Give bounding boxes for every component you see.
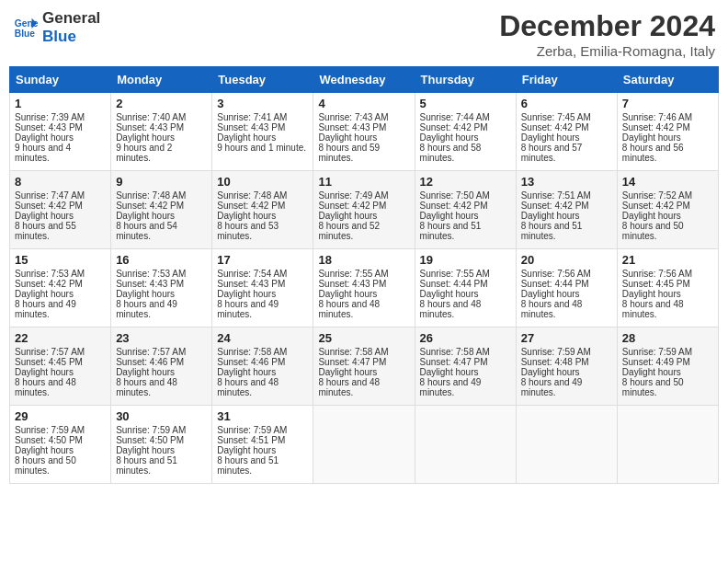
day-info: Sunrise: 7:55 AMSunset: 4:43 PMDaylight …	[318, 269, 388, 319]
calendar-cell: 26Sunrise: 7:58 AMSunset: 4:47 PMDayligh…	[415, 327, 516, 406]
day-info: Sunrise: 7:59 AMSunset: 4:51 PMDaylight …	[217, 425, 287, 476]
day-number: 3	[217, 97, 308, 110]
day-number: 28	[622, 331, 713, 345]
day-number: 15	[15, 253, 106, 267]
calendar-cell: 13Sunrise: 7:51 AMSunset: 4:42 PMDayligh…	[516, 171, 617, 249]
day-number: 12	[420, 175, 511, 189]
calendar-cell: 2Sunrise: 7:40 AMSunset: 4:43 PMDaylight…	[111, 93, 212, 171]
calendar-cell: 15Sunrise: 7:53 AMSunset: 4:42 PMDayligh…	[10, 249, 111, 327]
calendar-cell: 20Sunrise: 7:56 AMSunset: 4:44 PMDayligh…	[516, 249, 617, 327]
day-header-tuesday: Tuesday	[212, 67, 313, 93]
calendar-cell: 12Sunrise: 7:50 AMSunset: 4:42 PMDayligh…	[415, 171, 516, 249]
calendar-cell: 6Sunrise: 7:45 AMSunset: 4:42 PMDaylight…	[516, 93, 617, 171]
day-info: Sunrise: 7:57 AMSunset: 4:45 PMDaylight …	[15, 347, 85, 397]
week-row-1: 1Sunrise: 7:39 AMSunset: 4:43 PMDaylight…	[10, 93, 719, 171]
calendar-cell: 30Sunrise: 7:59 AMSunset: 4:50 PMDayligh…	[111, 406, 212, 484]
day-header-monday: Monday	[111, 67, 212, 93]
week-row-5: 29Sunrise: 7:59 AMSunset: 4:50 PMDayligh…	[10, 406, 719, 484]
day-number: 21	[622, 253, 713, 267]
day-info: Sunrise: 7:50 AMSunset: 4:42 PMDaylight …	[420, 190, 490, 241]
day-number: 26	[420, 331, 511, 345]
day-info: Sunrise: 7:57 AMSunset: 4:46 PMDaylight …	[116, 347, 186, 397]
day-number: 24	[217, 331, 308, 345]
calendar-cell: 5Sunrise: 7:44 AMSunset: 4:42 PMDaylight…	[415, 93, 516, 171]
calendar-cell: 10Sunrise: 7:48 AMSunset: 4:42 PMDayligh…	[212, 171, 313, 249]
calendar-cell: 25Sunrise: 7:58 AMSunset: 4:47 PMDayligh…	[313, 327, 415, 406]
calendar-cell: 23Sunrise: 7:57 AMSunset: 4:46 PMDayligh…	[111, 327, 212, 406]
day-number: 18	[318, 253, 409, 267]
calendar-cell: 16Sunrise: 7:53 AMSunset: 4:43 PMDayligh…	[111, 249, 212, 327]
logo-text-general: General	[42, 9, 100, 28]
header: General Blue General Blue December 2024 …	[9, 9, 719, 59]
svg-text:Blue: Blue	[15, 29, 36, 40]
calendar-cell: 1Sunrise: 7:39 AMSunset: 4:43 PMDaylight…	[10, 93, 111, 171]
day-header-thursday: Thursday	[415, 67, 516, 93]
calendar-cell: 9Sunrise: 7:48 AMSunset: 4:42 PMDaylight…	[111, 171, 212, 249]
day-info: Sunrise: 7:45 AMSunset: 4:42 PMDaylight …	[521, 112, 591, 163]
logo-icon: General Blue	[13, 15, 39, 40]
day-info: Sunrise: 7:51 AMSunset: 4:42 PMDaylight …	[521, 190, 591, 241]
location-title: Zerba, Emilia-Romagna, Italy	[499, 43, 715, 59]
day-number: 10	[217, 175, 308, 189]
calendar-cell: 29Sunrise: 7:59 AMSunset: 4:50 PMDayligh…	[10, 406, 111, 484]
day-info: Sunrise: 7:54 AMSunset: 4:43 PMDaylight …	[217, 269, 287, 319]
day-info: Sunrise: 7:40 AMSunset: 4:43 PMDaylight …	[116, 112, 186, 163]
day-number: 19	[420, 253, 511, 267]
calendar-cell: 8Sunrise: 7:47 AMSunset: 4:42 PMDaylight…	[10, 171, 111, 249]
day-number: 7	[622, 97, 713, 110]
calendar-cell: 28Sunrise: 7:59 AMSunset: 4:49 PMDayligh…	[617, 327, 718, 406]
calendar-cell: 3Sunrise: 7:41 AMSunset: 4:43 PMDaylight…	[212, 93, 313, 171]
calendar-cell: 18Sunrise: 7:55 AMSunset: 4:43 PMDayligh…	[313, 249, 415, 327]
calendar-cell: 17Sunrise: 7:54 AMSunset: 4:43 PMDayligh…	[212, 249, 313, 327]
day-number: 20	[521, 253, 612, 267]
day-header-sunday: Sunday	[10, 67, 111, 93]
calendar-cell: 21Sunrise: 7:56 AMSunset: 4:45 PMDayligh…	[617, 249, 718, 327]
day-info: Sunrise: 7:58 AMSunset: 4:47 PMDaylight …	[318, 347, 388, 397]
day-number: 13	[521, 175, 612, 189]
day-header-wednesday: Wednesday	[313, 67, 415, 93]
day-info: Sunrise: 7:59 AMSunset: 4:50 PMDaylight …	[15, 425, 85, 476]
day-info: Sunrise: 7:59 AMSunset: 4:49 PMDaylight …	[622, 347, 692, 397]
day-number: 1	[15, 97, 106, 110]
day-info: Sunrise: 7:56 AMSunset: 4:44 PMDaylight …	[521, 269, 591, 319]
day-info: Sunrise: 7:41 AMSunset: 4:43 PMDaylight …	[217, 112, 306, 153]
day-number: 4	[318, 97, 409, 110]
logo: General Blue General Blue	[13, 9, 100, 47]
day-info: Sunrise: 7:59 AMSunset: 4:48 PMDaylight …	[521, 347, 591, 397]
day-info: Sunrise: 7:46 AMSunset: 4:42 PMDaylight …	[622, 112, 692, 163]
day-header-friday: Friday	[516, 67, 617, 93]
title-area: December 2024 Zerba, Emilia-Romagna, Ita…	[499, 9, 715, 59]
day-number: 27	[521, 331, 612, 345]
calendar-cell: 4Sunrise: 7:43 AMSunset: 4:43 PMDaylight…	[313, 93, 415, 171]
day-info: Sunrise: 7:48 AMSunset: 4:42 PMDaylight …	[116, 190, 186, 241]
day-info: Sunrise: 7:39 AMSunset: 4:43 PMDaylight …	[15, 112, 85, 163]
day-number: 31	[217, 409, 308, 423]
calendar-cell: 7Sunrise: 7:46 AMSunset: 4:42 PMDaylight…	[617, 93, 718, 171]
day-number: 23	[116, 331, 207, 345]
day-number: 5	[420, 97, 511, 110]
day-info: Sunrise: 7:52 AMSunset: 4:42 PMDaylight …	[622, 190, 692, 241]
calendar-cell: 27Sunrise: 7:59 AMSunset: 4:48 PMDayligh…	[516, 327, 617, 406]
day-info: Sunrise: 7:59 AMSunset: 4:50 PMDaylight …	[116, 425, 186, 476]
day-info: Sunrise: 7:49 AMSunset: 4:42 PMDaylight …	[318, 190, 388, 241]
calendar-cell: 31Sunrise: 7:59 AMSunset: 4:51 PMDayligh…	[212, 406, 313, 484]
day-info: Sunrise: 7:58 AMSunset: 4:47 PMDaylight …	[420, 347, 490, 397]
calendar-cell: 22Sunrise: 7:57 AMSunset: 4:45 PMDayligh…	[10, 327, 111, 406]
day-info: Sunrise: 7:58 AMSunset: 4:46 PMDaylight …	[217, 347, 287, 397]
day-number: 14	[622, 175, 713, 189]
calendar-cell	[617, 406, 718, 484]
calendar-cell: 11Sunrise: 7:49 AMSunset: 4:42 PMDayligh…	[313, 171, 415, 249]
day-number: 9	[116, 175, 207, 189]
calendar-cell	[516, 406, 617, 484]
day-header-saturday: Saturday	[617, 67, 718, 93]
day-number: 11	[318, 175, 409, 189]
calendar-cell: 24Sunrise: 7:58 AMSunset: 4:46 PMDayligh…	[212, 327, 313, 406]
calendar-table: SundayMondayTuesdayWednesdayThursdayFrid…	[9, 66, 719, 484]
day-info: Sunrise: 7:47 AMSunset: 4:42 PMDaylight …	[15, 190, 85, 241]
day-info: Sunrise: 7:48 AMSunset: 4:42 PMDaylight …	[217, 190, 287, 241]
month-title: December 2024	[499, 9, 715, 43]
day-info: Sunrise: 7:55 AMSunset: 4:44 PMDaylight …	[420, 269, 490, 319]
logo-text-blue: Blue	[42, 28, 100, 46]
day-info: Sunrise: 7:44 AMSunset: 4:42 PMDaylight …	[420, 112, 490, 163]
day-number: 22	[15, 331, 106, 345]
